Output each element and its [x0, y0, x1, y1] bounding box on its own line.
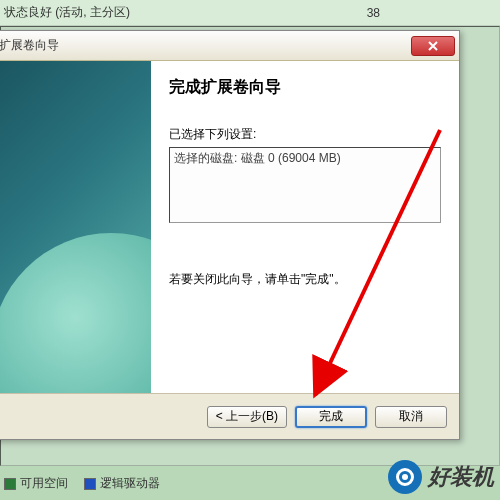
disk-status-text: 状态良好 (活动, 主分区) — [4, 4, 130, 21]
wizard-side-graphic — [0, 61, 151, 393]
watermark-logo-icon — [388, 460, 422, 494]
legend-available-label: 可用空间 — [20, 475, 68, 492]
wizard-content: 完成扩展卷向导 已选择下列设置: 选择的磁盘: 磁盘 0 (69004 MB) … — [151, 61, 459, 393]
wizard-body: 完成扩展卷向导 已选择下列设置: 选择的磁盘: 磁盘 0 (69004 MB) … — [0, 61, 459, 393]
titlebar: 扩展卷向导 — [0, 31, 459, 61]
wizard-title: 扩展卷向导 — [0, 37, 59, 54]
wizard-instruction: 若要关闭此向导，请单击"完成"。 — [169, 271, 441, 288]
cancel-button[interactable]: 取消 — [375, 406, 447, 428]
settings-label: 已选择下列设置: — [169, 126, 441, 143]
swatch-logical-icon — [84, 478, 96, 490]
watermark: 好装机 — [388, 460, 494, 494]
back-button[interactable]: < 上一步(B) — [207, 406, 287, 428]
settings-item: 选择的磁盘: 磁盘 0 (69004 MB) — [174, 150, 436, 167]
legend: 可用空间 逻辑驱动器 — [4, 475, 160, 492]
close-button[interactable] — [411, 36, 455, 56]
disk-status-row: 状态良好 (活动, 主分区) 38 — [0, 0, 500, 26]
settings-listbox[interactable]: 选择的磁盘: 磁盘 0 (69004 MB) — [169, 147, 441, 223]
button-row: < 上一步(B) 完成 取消 — [0, 393, 459, 439]
legend-logical: 逻辑驱动器 — [84, 475, 160, 492]
legend-logical-label: 逻辑驱动器 — [100, 475, 160, 492]
watermark-text: 好装机 — [428, 462, 494, 492]
close-icon — [427, 40, 439, 52]
wizard-heading: 完成扩展卷向导 — [169, 77, 441, 98]
finish-button[interactable]: 完成 — [295, 406, 367, 428]
legend-available: 可用空间 — [4, 475, 68, 492]
swatch-available-icon — [4, 478, 16, 490]
disk-size-fragment: 38 — [367, 6, 380, 20]
wizard-dialog: 扩展卷向导 完成扩展卷向导 已选择下列设置: 选择的磁盘: 磁盘 0 (6900… — [0, 30, 460, 440]
